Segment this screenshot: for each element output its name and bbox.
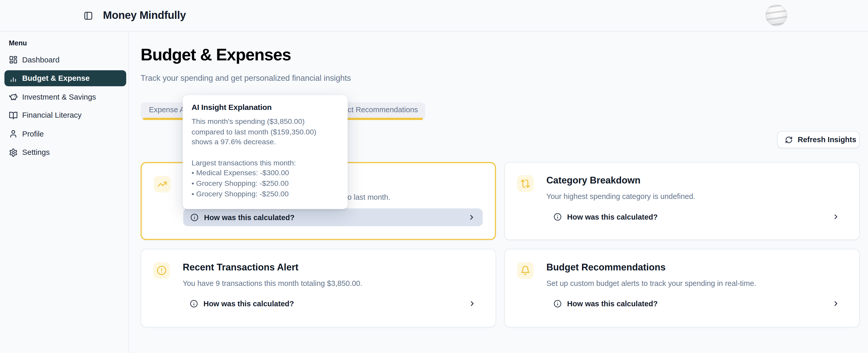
alert-circle-icon [153,262,170,279]
sidebar-nav: Dashboard Budget & Expense Investment & … [0,51,128,163]
page-title: Budget & Expenses [141,45,291,64]
bell-icon [517,262,533,279]
sidebar-item-profile[interactable]: Profile [4,126,126,142]
sidebar-item-label: Financial Literacy [22,111,82,119]
chevron-right-icon [832,299,840,307]
sidebar-item-label: Investment & Savings [22,93,96,101]
sidebar-menu-label: Menu [9,39,27,47]
card-description: Your highest spending category is undefi… [547,192,695,201]
gear-icon [9,148,18,156]
card-recent-transactions-alert: Recent Transactions Alert You have 9 tra… [141,249,496,327]
card-title: Recent Transactions Alert [183,262,299,273]
piggy-bank-icon [9,93,18,101]
popover-summary: This month's spending ($3,850.00) compar… [191,117,339,148]
chevron-right-icon [468,213,475,221]
how-calculated-row[interactable]: How was this calculated? [183,295,483,313]
how-calculated-label: How was this calculated? [567,213,657,221]
popover-list-heading: Largest transactions this month: [191,158,339,168]
card-title: Category Breakdown [547,175,641,186]
info-icon [190,299,198,308]
how-calculated-label: How was this calculated? [567,299,657,308]
popover-transaction-item: • Grocery Shopping: -$250.00 [191,179,339,189]
refresh-insights-label: Refresh Insights [798,136,857,144]
sidebar-item-label: Profile [22,130,44,138]
header: Money Mindfully [0,0,868,31]
user-icon [9,129,18,138]
panel-left-icon [84,11,93,20]
sidebar-item-settings[interactable]: Settings [4,144,126,160]
popover-transaction-item: • Medical Expenses: -$300.00 [191,168,339,179]
sidebar-item-dashboard[interactable]: Dashboard [4,51,126,68]
page-subtitle: Track your spending and get personalized… [141,74,351,82]
sidebar-item-label: Settings [22,148,50,156]
info-icon [554,299,562,308]
card-description-fragment: to last month. [345,193,390,201]
sidebar: Menu Dashboard Budget & Expense Investme… [0,32,129,353]
how-calculated-label: How was this calculated? [204,213,294,221]
layout-dashboard-icon [9,55,18,64]
card-title: Budget Recommendations [547,262,665,273]
how-calculated-label: How was this calculated? [204,299,294,308]
how-calculated-row[interactable]: How was this calculated? [547,295,847,313]
sidebar-item-financial-literacy[interactable]: Financial Literacy [4,107,126,123]
info-icon [190,213,198,221]
refresh-insights-button[interactable]: Refresh Insights [777,131,860,148]
sidebar-item-budget-expense[interactable]: Budget & Expense [4,70,126,86]
chevron-right-icon [832,213,840,221]
sidebar-toggle-button[interactable] [82,9,95,22]
app-root: Money Mindfully Menu Dashboard Budget & … [0,0,868,353]
sidebar-item-label: Budget & Expense [22,74,90,82]
sidebar-item-investment-savings[interactable]: Investment & Savings [4,89,126,105]
bar-chart-icon [9,74,18,82]
sidebar-item-label: Dashboard [22,56,60,64]
book-open-icon [9,111,18,120]
chevron-right-icon [468,299,476,307]
card-category-breakdown: Category Breakdown Your highest spending… [504,162,860,240]
card-description: Set up custom budget alerts to track you… [547,279,756,287]
app-title: Money Mindfully [103,0,186,30]
repeat-icon [517,175,533,192]
card-budget-recommendations: Budget Recommendations Set up custom bud… [504,249,860,327]
how-calculated-row[interactable]: How was this calculated? [183,209,483,226]
how-calculated-row[interactable]: How was this calculated? [547,208,847,226]
info-icon [554,213,562,221]
trending-up-icon [154,176,170,192]
ai-insight-popover: AI Insight Explanation This month's spen… [183,95,348,209]
refresh-icon [785,136,793,143]
popover-title: AI Insight Explanation [191,103,339,112]
popover-transaction-item: • Grocery Shopping: -$250.00 [191,189,339,199]
card-description: You have 9 transactions this month total… [183,279,362,287]
avatar[interactable] [766,4,787,26]
